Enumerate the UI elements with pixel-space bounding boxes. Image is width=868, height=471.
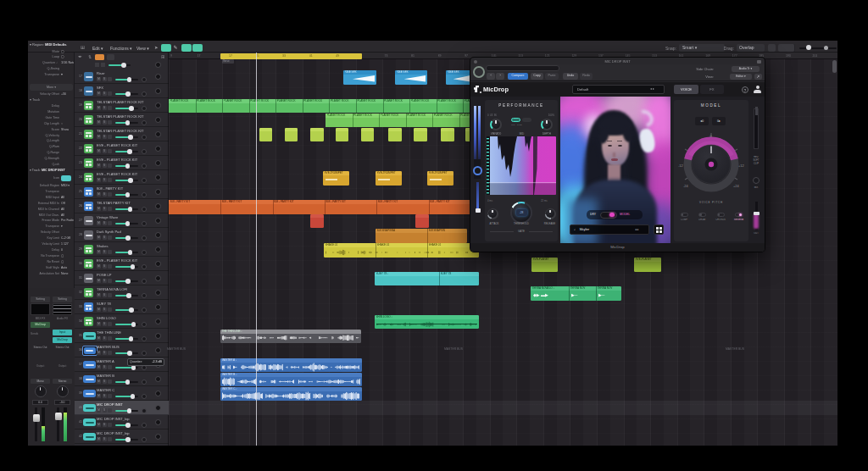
svg-text:-24: -24 (683, 184, 689, 188)
svg-text:+12: +12 (738, 163, 744, 168)
svg-text:-12: -12 (678, 163, 684, 168)
svg-text:+24: +24 (733, 184, 740, 188)
